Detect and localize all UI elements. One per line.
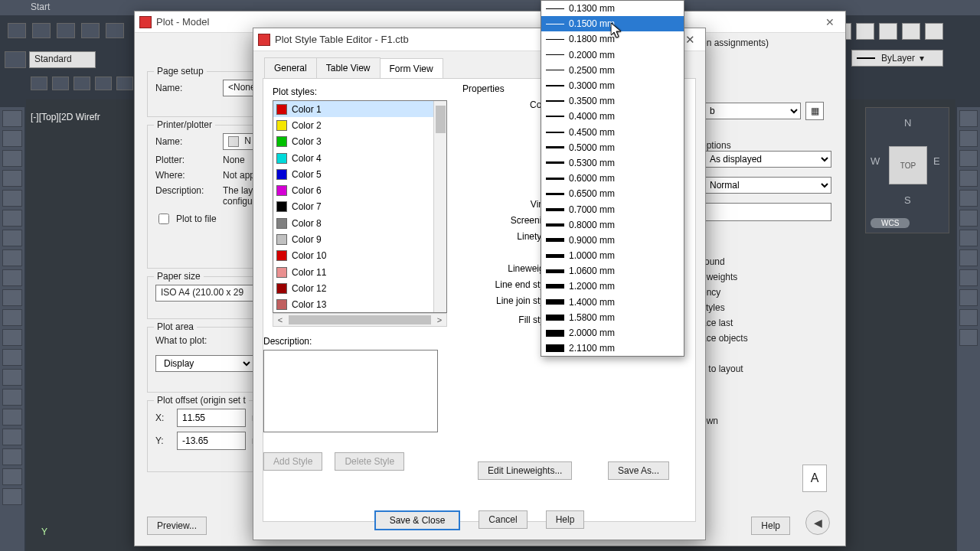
materials-icon[interactable] (959, 249, 978, 266)
lineweight-option[interactable]: 0.6000 mm (541, 171, 684, 186)
plot-style-item[interactable]: Color 5 (273, 166, 446, 182)
lineweight-option[interactable]: 0.1500 mm (541, 16, 684, 31)
sun-icon[interactable] (74, 77, 90, 90)
offset-x-input[interactable] (177, 409, 246, 427)
plot-style-item[interactable]: Color 10 (273, 248, 446, 264)
shadeplot-combo[interactable]: As displayed (701, 151, 831, 168)
print-icon[interactable] (81, 23, 100, 38)
save-icon[interactable] (57, 23, 75, 38)
gradient-icon[interactable] (2, 409, 22, 425)
opt-transparency[interactable]: ency (701, 287, 831, 298)
circle-icon[interactable] (2, 230, 22, 246)
delete-style-button[interactable]: Delete Style (335, 452, 404, 471)
hatch-icon[interactable] (2, 389, 22, 406)
mtext-icon[interactable] (2, 468, 22, 485)
opt-lineweights[interactable]: eweights (701, 272, 831, 282)
lineweight-option[interactable]: 1.0600 mm (541, 263, 684, 279)
plot-help-button[interactable]: Help (751, 517, 790, 535)
plot-style-item[interactable]: Color 13 (273, 297, 446, 312)
tab-general[interactable]: General (264, 57, 317, 78)
render-icon[interactable] (959, 269, 978, 286)
plot-to-file-check[interactable] (158, 214, 169, 224)
rqat-icon[interactable] (856, 23, 874, 40)
revcloud-icon[interactable] (2, 249, 22, 266)
pan-icon[interactable] (959, 110, 978, 127)
plotstyle-edit-icon[interactable]: ▦ (805, 102, 824, 120)
table-icon[interactable] (2, 448, 22, 465)
block-icon[interactable] (2, 349, 22, 366)
plot-style-item[interactable]: Color 1 (273, 101, 446, 117)
description-textarea[interactable] (263, 350, 438, 432)
xref-icon[interactable] (959, 329, 978, 346)
plot-style-item[interactable]: Color 4 (273, 150, 446, 166)
zoom-icon[interactable] (959, 130, 978, 147)
plot-style-item[interactable]: Color 3 (273, 134, 446, 150)
addsel-icon[interactable] (2, 488, 22, 505)
lineweight-option[interactable]: 1.5800 mm (541, 310, 684, 325)
lineweight-option[interactable]: 0.5000 mm (541, 140, 684, 155)
plot-style-item[interactable]: Color 11 (273, 264, 446, 280)
grid-icon[interactable] (959, 230, 978, 246)
polygon-icon[interactable] (2, 170, 22, 187)
save-as-button[interactable]: Save As... (608, 461, 669, 480)
drawing-icon[interactable] (959, 289, 978, 306)
scrollbar-horizontal[interactable] (289, 315, 431, 324)
opt-background[interactable]: round (701, 256, 831, 267)
sheet-icon[interactable] (959, 309, 978, 326)
quality-combo[interactable]: Normal (701, 177, 831, 194)
lineweight-option[interactable]: 0.9000 mm (541, 233, 684, 248)
plot-style-item[interactable]: Color 2 (273, 117, 446, 133)
plot-style-item[interactable]: Color 6 (273, 182, 446, 198)
insert-icon[interactable] (2, 329, 22, 346)
lineweight-option[interactable]: 0.5300 mm (541, 155, 684, 171)
lineweight-option[interactable]: 2.0000 mm (541, 325, 684, 341)
light-icon[interactable] (52, 77, 69, 90)
plot-style-item[interactable]: Color 12 (273, 280, 446, 296)
spline-icon[interactable] (2, 269, 22, 286)
add-style-button[interactable]: Add Style (263, 452, 322, 471)
rqat-icon[interactable] (879, 23, 897, 40)
lineweight-option[interactable]: 0.7000 mm (541, 201, 684, 217)
opt-stampon[interactable]: n (701, 348, 831, 359)
rectangle-icon[interactable] (2, 190, 22, 207)
move-icon[interactable] (959, 210, 978, 227)
ellipsearc-icon[interactable] (2, 309, 22, 326)
new-icon[interactable] (8, 23, 26, 38)
preview-button[interactable]: Preview... (147, 517, 207, 535)
tab-form-view[interactable]: Form View (380, 58, 443, 79)
wheel-icon[interactable] (959, 170, 978, 187)
wcs-badge[interactable]: WCS (871, 218, 910, 228)
showmotion-icon[interactable] (959, 190, 978, 207)
polyline-icon[interactable] (2, 150, 22, 167)
rqat-icon[interactable] (902, 23, 920, 40)
pste-help-button[interactable]: Help (546, 510, 585, 529)
dpi-input[interactable] (701, 203, 831, 221)
opt-orientation[interactable]: own (701, 416, 831, 426)
scroll-left-icon[interactable]: < (273, 315, 287, 324)
offset-y-input[interactable] (177, 432, 246, 450)
opt-styles[interactable]: styles (701, 302, 831, 313)
xline-icon[interactable] (2, 130, 22, 147)
save-close-button[interactable]: Save & Close (374, 510, 461, 530)
lineweight-option[interactable]: 1.0000 mm (541, 248, 684, 263)
layer-icon[interactable] (31, 77, 47, 90)
cancel-button[interactable]: Cancel (479, 510, 527, 529)
textstyle-combo[interactable]: Standard (29, 51, 96, 68)
lineweight-option[interactable]: 0.3500 mm (541, 93, 684, 109)
lineweight-dropdown[interactable]: 0.1300 mm0.1500 mm0.1800 mm0.2000 mm0.25… (541, 0, 684, 357)
lineweight-option[interactable]: 0.1300 mm (541, 1, 684, 16)
plot-styles-list[interactable]: Color 1Color 2Color 3Color 4Color 5Color… (273, 100, 447, 313)
undo-icon[interactable] (106, 23, 124, 38)
lineweight-option[interactable]: 0.6500 mm (541, 186, 684, 201)
what-to-plot-combo[interactable]: Display (155, 355, 253, 372)
region-icon[interactable] (2, 429, 22, 445)
plotstyle-table-combo[interactable]: b (701, 103, 801, 119)
lineweight-option[interactable]: 0.4500 mm (541, 125, 684, 140)
close-icon[interactable]: ✕ (815, 16, 845, 28)
ellipse-icon[interactable] (2, 289, 22, 306)
lineweight-option[interactable]: 0.4000 mm (541, 109, 684, 124)
lineweight-option[interactable]: 2.1100 mm (541, 341, 684, 356)
opt-plotlast[interactable]: ace last (701, 318, 831, 328)
lineweight-option[interactable]: 0.3000 mm (541, 78, 684, 93)
textstyle-icon[interactable] (5, 51, 26, 68)
